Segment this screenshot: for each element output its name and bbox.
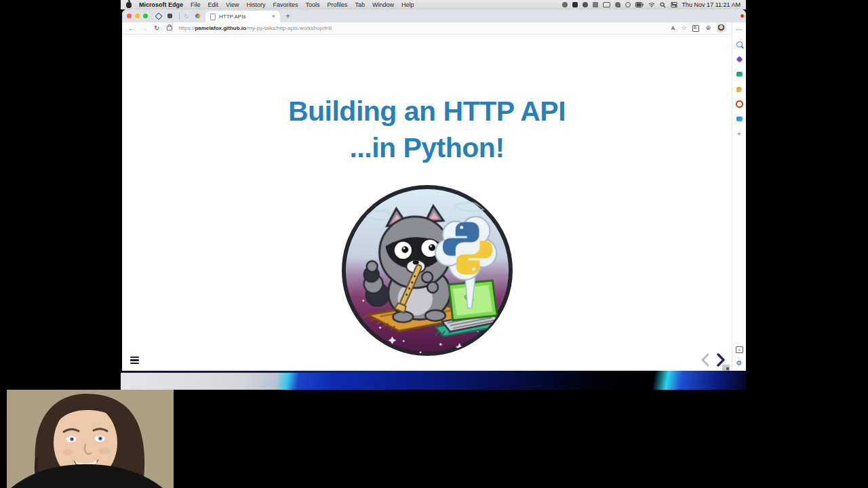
read-aloud-icon[interactable]: A <box>671 26 675 31</box>
app-menu-title[interactable]: Microsoft Edge <box>139 1 183 8</box>
webcam-overlay <box>0 390 174 488</box>
slide-page: Building an HTTP API ...in Python! <box>122 35 732 371</box>
menubar-status-area: Thu Nov 17 11:21 AM <box>562 1 741 8</box>
page-corner-widget[interactable] <box>722 365 730 371</box>
sync-icon[interactable]: ↻ <box>182 12 191 20</box>
menu-file[interactable]: File <box>191 1 201 8</box>
back-icon[interactable]: ← <box>128 25 135 32</box>
zoom-window-button[interactable] <box>143 14 148 18</box>
sidebar-outlook-icon[interactable] <box>736 115 743 123</box>
vertical-tabs-icon[interactable] <box>155 12 163 20</box>
desktop-wallpaper-strip <box>121 371 746 390</box>
close-tab-icon[interactable]: × <box>272 14 275 20</box>
tabstrip-divider <box>179 13 180 20</box>
sidebar-office-icon[interactable] <box>736 100 743 108</box>
translate-globe-icon[interactable]: ⊕ <box>705 25 711 31</box>
menubar-clock[interactable]: Thu Nov 17 11:21 AM <box>682 1 741 8</box>
site-info-lock-icon[interactable] <box>167 26 172 30</box>
status-app-icon-4[interactable] <box>593 2 598 7</box>
status-app-icon-1[interactable] <box>562 2 568 7</box>
status-app-icon-5[interactable] <box>603 2 610 7</box>
control-center-icon[interactable] <box>671 2 677 7</box>
profile-avatar[interactable] <box>717 24 726 33</box>
customize-sidebar-icon[interactable]: + <box>736 346 743 353</box>
browser-menu-dots-icon[interactable]: ⋯ <box>736 26 743 33</box>
menu-history[interactable]: History <box>246 1 265 8</box>
slide-menu-hamburger-icon[interactable] <box>130 357 139 365</box>
menu-window[interactable]: Window <box>372 1 394 8</box>
presenter-webcam-image <box>0 390 174 488</box>
active-tab[interactable]: HTTP APIs × <box>205 11 280 22</box>
minimize-window-button[interactable] <box>135 14 140 18</box>
screen-capture-area: Microsoft Edge File Edit View History Fa… <box>121 0 746 390</box>
page-favicon <box>210 14 216 20</box>
spotlight-search-icon[interactable] <box>660 2 666 8</box>
slide-title-line2: ...in Python! <box>122 129 732 166</box>
sidebar-discover-icon[interactable] <box>736 56 743 63</box>
sidebar-shopping-icon[interactable] <box>736 70 743 78</box>
macos-menubar: Microsoft Edge File Edit View History Fa… <box>121 0 746 9</box>
menu-view[interactable]: View <box>226 1 239 8</box>
edge-sidebar: ⋯ + + ⚙ <box>732 22 746 371</box>
menu-favorites[interactable]: Favorites <box>273 1 298 8</box>
status-app-icon-2[interactable] <box>572 2 578 7</box>
sidebar-search-icon[interactable] <box>736 41 743 48</box>
slide-title-line1: Building an HTTP API <box>122 93 732 129</box>
raccoon-python-illustration <box>340 183 515 358</box>
browser-window: ↻ HTTP APIs × + ← → ↻ https:// pamelafox… <box>122 9 746 371</box>
tab-strip: ↻ HTTP APIs × + <box>122 9 746 22</box>
status-app-icon-3[interactable] <box>583 2 588 7</box>
menu-help[interactable]: Help <box>401 1 414 8</box>
new-tab-button[interactable]: + <box>285 12 290 20</box>
collections-icon[interactable] <box>692 25 699 32</box>
address-bar[interactable]: https:// pamelafox.github.io /my-py-talk… <box>178 25 332 31</box>
menu-edit[interactable]: Edit <box>208 1 219 8</box>
apple-menu-icon[interactable] <box>126 2 132 8</box>
refresh-icon[interactable]: ↻ <box>154 25 159 32</box>
url-domain: pamelafox.github.io <box>195 25 246 31</box>
forward-icon[interactable]: → <box>141 25 148 32</box>
menu-tools[interactable]: Tools <box>305 1 319 8</box>
url-scheme: https:// <box>178 25 195 31</box>
raccoon-badge-svg <box>340 183 515 358</box>
workspaces-icon[interactable] <box>165 12 174 20</box>
wifi-icon[interactable] <box>648 2 655 7</box>
extension-pin-icon[interactable] <box>193 12 201 20</box>
tab-title: HTTP APIs <box>219 14 269 20</box>
sidebar-settings-gear-icon[interactable]: ⚙ <box>736 359 743 367</box>
battery-icon[interactable] <box>635 2 644 7</box>
url-path: /my-py-talks/http-apis-workshop/#/8 <box>246 25 332 31</box>
slide-title: Building an HTTP API ...in Python! <box>122 93 732 166</box>
status-app-icon-6[interactable] <box>615 2 620 7</box>
close-window-button[interactable] <box>127 14 132 18</box>
menu-tab[interactable]: Tab <box>355 1 365 8</box>
menu-profiles[interactable]: Profiles <box>327 1 347 8</box>
add-favorite-star-icon[interactable]: ☆ <box>681 25 686 31</box>
do-not-disturb-icon[interactable] <box>625 2 631 7</box>
sidebar-tools-icon[interactable] <box>736 85 743 93</box>
window-controls <box>127 14 148 18</box>
previous-slide-arrow-icon[interactable] <box>700 352 711 367</box>
sidebar-add-icon[interactable]: + <box>736 130 743 138</box>
update-notification-badge <box>741 14 744 18</box>
address-toolbar: ← → ↻ https:// pamelafox.github.io /my-p… <box>122 22 732 35</box>
